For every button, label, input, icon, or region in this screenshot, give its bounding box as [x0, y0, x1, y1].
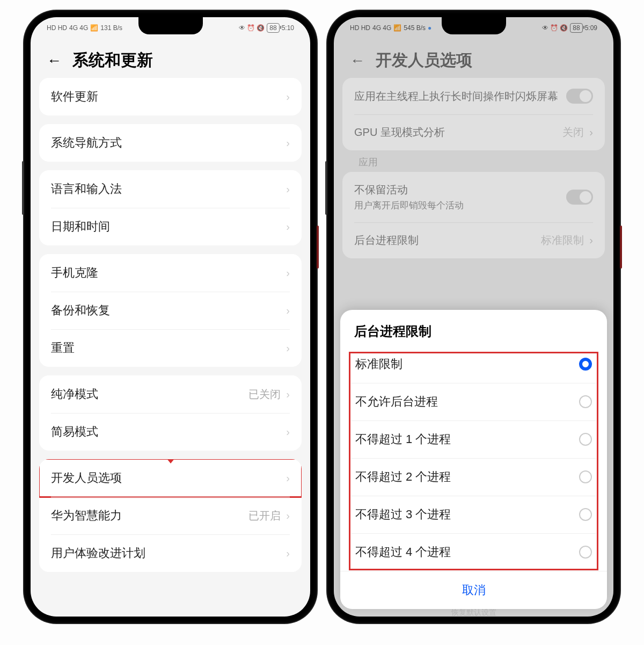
settings-card: 系统导航方式›	[39, 124, 302, 162]
chevron-right-icon: ›	[286, 388, 290, 401]
chevron-right-icon: ›	[286, 137, 290, 149]
option-label: 不允许后台进程	[355, 394, 438, 410]
toggle-switch[interactable]	[566, 190, 593, 205]
header: ← 系统和更新	[31, 39, 310, 78]
row-label: 备份和恢复	[51, 302, 110, 318]
radio-option[interactable]: 不得超过 4 个进程	[346, 533, 602, 571]
settings-card: 软件更新›	[39, 78, 302, 115]
settings-row[interactable]: 后台进程限制标准限制›	[342, 222, 605, 258]
radio-option[interactable]: 不得超过 1 个进程	[346, 421, 602, 458]
settings-row[interactable]: 备份和恢复›	[39, 292, 302, 329]
settings-row[interactable]: 简易模式›	[39, 413, 302, 451]
settings-row[interactable]: 系统导航方式›	[39, 124, 302, 162]
settings-card: 开发人员选项›华为智慧能力已开启›用户体验改进计划›	[39, 459, 302, 572]
status-icons: 👁 ⏰ 🔇	[239, 24, 265, 32]
settings-row[interactable]: 语言和输入法›	[39, 170, 302, 208]
chevron-right-icon: ›	[589, 234, 593, 247]
settings-row[interactable]: 开发人员选项›	[39, 459, 302, 497]
row-label: 后台进程限制	[354, 233, 419, 248]
row-label: 重置	[51, 340, 75, 356]
radio-icon	[579, 433, 592, 446]
dev-options-list: 应用在主线程上执行长时间操作时闪烁屏幕GPU 呈现模式分析关闭› 应用 不保留活…	[334, 78, 613, 258]
bg-process-limit-sheet: 后台进程限制 标准限制不允许后台进程不得超过 1 个进程不得超过 2 个进程不得…	[340, 310, 607, 609]
battery-icon: 88	[267, 23, 279, 33]
option-label: 不得超过 4 个进程	[355, 544, 451, 560]
radio-option[interactable]: 不得超过 2 个进程	[346, 458, 602, 496]
settings-row[interactable]: 用户体验改进计划›	[39, 534, 302, 572]
settings-row[interactable]: 软件更新›	[39, 78, 302, 115]
back-icon[interactable]: ←	[47, 52, 62, 69]
card-monitoring: 应用在主线程上执行长时间操作时闪烁屏幕GPU 呈现模式分析关闭›	[342, 78, 605, 150]
chevron-right-icon: ›	[286, 472, 290, 484]
row-label: 系统导航方式	[51, 135, 122, 151]
row-label: 开发人员选项	[51, 470, 122, 486]
radio-option[interactable]: 不允许后台进程	[346, 383, 602, 421]
row-label: 语言和输入法	[51, 181, 122, 197]
clock: 5:10	[282, 24, 294, 32]
power-button	[620, 226, 622, 269]
page-title: 系统和更新	[72, 49, 153, 71]
volume-button	[325, 161, 327, 215]
row-label: 手机克隆	[51, 265, 98, 281]
card-apps: 不保留活动用户离开后即销毁每个活动后台进程限制标准限制›	[342, 172, 605, 258]
radio-icon	[579, 508, 592, 521]
volume-button	[22, 161, 24, 215]
screen-right: HD HD 4G 4G 📶 545 B/s ● 👁 ⏰ 🔇 88 5:09 ← …	[334, 17, 613, 617]
clock: 5:09	[585, 24, 597, 32]
chevron-right-icon: ›	[286, 510, 290, 522]
row-label: 应用在主线程上执行长时间操作时闪烁屏幕	[354, 89, 558, 104]
settings-row[interactable]: 纯净模式已关闭›	[39, 375, 302, 413]
radio-icon	[579, 395, 592, 408]
radio-option[interactable]: 标准限制	[346, 345, 602, 383]
row-label: 简易模式	[51, 424, 98, 440]
sim-icon: HD HD	[350, 24, 370, 32]
settings-row[interactable]: 日期和时间›	[39, 208, 302, 245]
row-label: 软件更新	[51, 89, 98, 105]
chevron-right-icon: ›	[286, 91, 290, 103]
wifi-icon: 📶	[90, 24, 98, 32]
settings-row[interactable]: 重置›	[39, 329, 302, 367]
reset-defaults-hint: 恢复默认设置	[334, 608, 613, 617]
chevron-right-icon: ›	[286, 183, 290, 195]
header: ← 开发人员选项	[334, 39, 613, 78]
notch	[138, 17, 203, 34]
radio-icon	[579, 358, 592, 371]
chevron-right-icon: ›	[589, 126, 593, 139]
row-label: 华为智慧能力	[51, 508, 122, 524]
radio-option[interactable]: 不得超过 3 个进程	[346, 496, 602, 533]
chevron-right-icon: ›	[286, 426, 290, 438]
toggle-switch[interactable]	[566, 89, 593, 104]
annotation-arrow-icon	[152, 459, 189, 466]
phone-frame-right: HD HD 4G 4G 📶 545 B/s ● 👁 ⏰ 🔇 88 5:09 ← …	[327, 11, 620, 623]
settings-row[interactable]: 不保留活动用户离开后即销毁每个活动	[342, 172, 605, 222]
settings-row[interactable]: 手机克隆›	[39, 254, 302, 292]
bluetooth-icon: ●	[428, 24, 431, 32]
wifi-icon: 📶	[393, 24, 401, 32]
cancel-button[interactable]: 取消	[340, 571, 607, 609]
row-value: 已关闭	[248, 387, 281, 402]
sheet-title: 后台进程限制	[340, 310, 607, 345]
phone-frame-left: HD HD 4G 4G 📶 131 B/s 👁 ⏰ 🔇 88 5:10 ← 系统…	[24, 11, 317, 623]
chevron-right-icon: ›	[286, 547, 290, 560]
data-rate: 131 B/s	[100, 24, 122, 32]
network-icon: 4G 4G	[372, 24, 391, 32]
sheet-options: 标准限制不允许后台进程不得超过 1 个进程不得超过 2 个进程不得超过 3 个进…	[340, 345, 607, 571]
settings-row[interactable]: GPU 呈现模式分析关闭›	[342, 114, 605, 150]
row-value: 标准限制	[541, 233, 584, 248]
option-label: 不得超过 2 个进程	[355, 469, 451, 485]
back-icon[interactable]: ←	[350, 52, 365, 69]
settings-row[interactable]: 应用在主线程上执行长时间操作时闪烁屏幕	[342, 78, 605, 114]
page-title: 开发人员选项	[376, 49, 472, 71]
settings-card: 手机克隆›备份和恢复›重置›	[39, 254, 302, 367]
option-label: 不得超过 1 个进程	[355, 431, 451, 447]
radio-icon	[579, 546, 592, 559]
chevron-right-icon: ›	[286, 221, 290, 233]
chevron-right-icon: ›	[286, 267, 290, 279]
row-label: 不保留活动	[354, 183, 464, 197]
screen-left: HD HD 4G 4G 📶 131 B/s 👁 ⏰ 🔇 88 5:10 ← 系统…	[31, 17, 310, 617]
row-label: 日期和时间	[51, 219, 110, 235]
settings-list: 软件更新›系统导航方式›语言和输入法›日期和时间›手机克隆›备份和恢复›重置›纯…	[31, 78, 310, 572]
data-rate: 545 B/s	[404, 24, 426, 32]
settings-row[interactable]: 华为智慧能力已开启›	[39, 497, 302, 534]
row-label: 用户体验改进计划	[51, 545, 145, 561]
